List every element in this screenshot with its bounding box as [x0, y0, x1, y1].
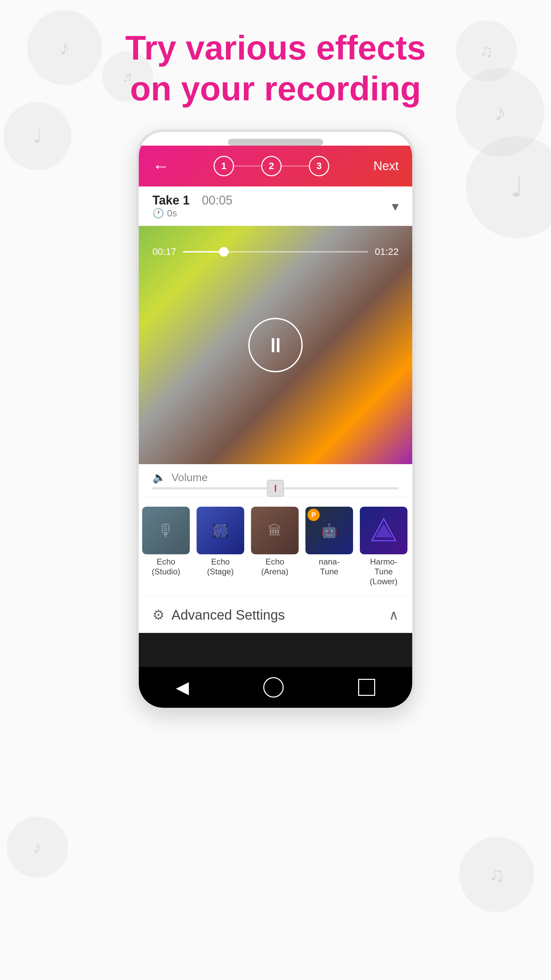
step-3: 3: [309, 156, 329, 176]
take-chevron[interactable]: ▾: [392, 198, 399, 214]
timeline-progress: [183, 251, 224, 253]
timeline-thumb: [219, 247, 229, 256]
advanced-settings-left: ⚙ Advanced Settings: [152, 607, 285, 623]
home-circle-icon: [263, 677, 284, 698]
effect-thumb-harmo-lower: [360, 507, 408, 554]
stop-square-icon: [358, 679, 375, 696]
phone-mockup: ← 1 2 3 Next Take 1 00:05: [0, 129, 551, 711]
nav-stop-button[interactable]: [358, 679, 375, 696]
volume-track[interactable]: [152, 487, 399, 489]
hero-title-line1: Try various effects: [21, 27, 530, 68]
step-line-2: [282, 166, 309, 166]
phone-frame: ← 1 2 3 Next Take 1 00:05: [136, 129, 415, 711]
effect-harmo-lower[interactable]: Harmo-Tune(Lower): [356, 503, 411, 590]
back-button[interactable]: ←: [152, 156, 169, 176]
effect-label-nana-tune: nana-Tune: [319, 557, 340, 577]
timeline-row: 00:17 01:22: [152, 247, 399, 257]
volume-thumb: [267, 480, 284, 497]
total-time: 01:22: [375, 247, 399, 257]
clock-icon: 🕐: [152, 208, 164, 219]
effect-echo-arena[interactable]: 🏛 Echo(Arena): [248, 503, 302, 590]
effect-thumb-echo-studio: 🎙: [142, 507, 190, 554]
pause-icon: ⏸: [265, 334, 286, 357]
premium-badge-nana-tune: P: [308, 509, 320, 521]
advanced-settings-title: Advanced Settings: [171, 608, 285, 623]
effect-label-echo-stage: Echo(Stage): [207, 557, 234, 577]
nav-home-button[interactable]: [263, 677, 284, 698]
effects-strip: 🎙 Echo(Studio) 🎆 Echo(Stage) 🏛 Echo(Aren…: [139, 496, 412, 597]
nav-back-button[interactable]: ◀: [176, 678, 189, 697]
effect-label-harmo-lower: Harmo-Tune(Lower): [370, 557, 397, 586]
volume-icon: 🔈: [152, 471, 166, 484]
gear-icon: ⚙: [152, 607, 165, 623]
current-time: 00:17: [152, 247, 176, 257]
effect-echo-stage[interactable]: 🎆 Echo(Stage): [193, 503, 248, 590]
effect-label-echo-arena: Echo(Arena): [261, 557, 288, 577]
phone-notch: [228, 139, 323, 146]
step-2: 2: [261, 156, 282, 176]
hero-title-line2: on your recording: [21, 68, 530, 109]
effect-nana-tune[interactable]: P 🤖 nana-Tune: [302, 503, 356, 590]
hero-section: Try various effects on your recording: [0, 0, 551, 123]
step-1: 1: [214, 156, 234, 176]
take-info-bar: Take 1 00:05 🕐 0s ▾: [139, 186, 412, 226]
bottom-nav: ◀: [139, 667, 412, 708]
take-title: Take 1: [152, 193, 189, 208]
collapse-icon: ∧: [389, 607, 399, 623]
volume-section: 🔈 Volume: [139, 464, 412, 496]
pause-button[interactable]: ⏸: [248, 318, 303, 372]
step-line-1: [234, 166, 261, 166]
advanced-settings-content: [139, 633, 412, 667]
timeline-track[interactable]: [183, 251, 368, 253]
effect-label-echo-studio: Echo(Studio): [152, 557, 180, 577]
effect-echo-studio[interactable]: 🎙 Echo(Studio): [139, 503, 193, 590]
app-header: ← 1 2 3 Next: [139, 146, 412, 186]
advanced-settings-header[interactable]: ⚙ Advanced Settings ∧: [139, 597, 412, 633]
volume-thumb-line: [275, 485, 276, 492]
advanced-settings-section: ⚙ Advanced Settings ∧: [139, 597, 412, 667]
take-offset: 🕐 0s: [152, 208, 233, 219]
effect-thumb-nana-tune: P 🤖: [305, 507, 353, 554]
step-indicator: 1 2 3: [214, 156, 329, 176]
effect-thumb-echo-stage: 🎆: [197, 507, 244, 554]
next-button[interactable]: Next: [373, 159, 399, 173]
effect-harmo-upper[interactable]: Harmo-Tune(Upper): [411, 503, 412, 590]
take-duration: 00:05: [202, 193, 232, 208]
player-area: 00:17 01:22 ⏸: [139, 226, 412, 464]
effect-thumb-echo-arena: 🏛: [251, 507, 299, 554]
